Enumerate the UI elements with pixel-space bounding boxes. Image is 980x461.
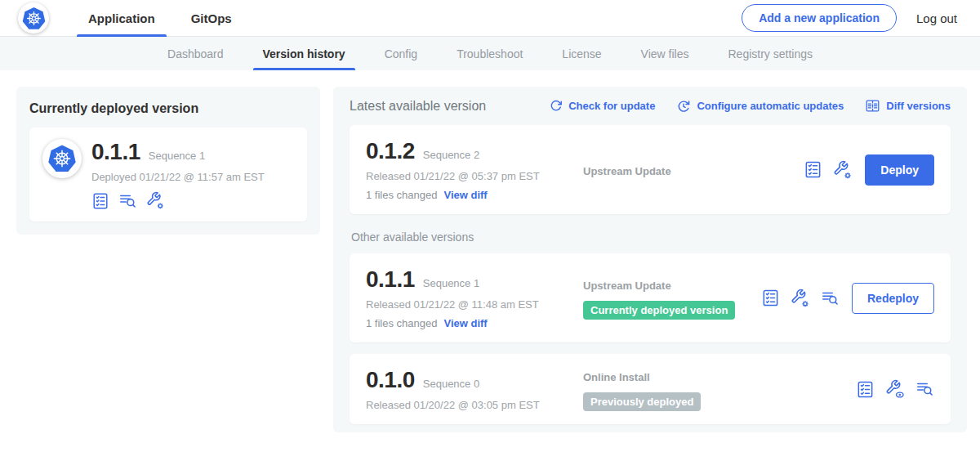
preflight-checklist-icon[interactable] — [91, 192, 109, 210]
deploy-logs-icon[interactable] — [118, 192, 137, 210]
tab-registry-settings[interactable]: Registry settings — [709, 37, 832, 70]
deployed-panel-title: Currently deployed version — [29, 101, 307, 116]
diff-icon — [865, 98, 880, 114]
edit-config-icon[interactable] — [833, 160, 853, 180]
preflight-checklist-icon[interactable] — [856, 380, 875, 399]
tab-view-files[interactable]: View files — [621, 37, 709, 70]
topnav-tab-label: GitOps — [191, 11, 232, 25]
tab-dashboard[interactable]: Dashboard — [148, 37, 243, 70]
preflight-checklist-icon[interactable] — [804, 160, 822, 179]
available-panel-header: Latest available version Check for updat… — [350, 98, 951, 114]
released-timestamp: Released 01/20/22 @ 03:05 pm EST — [366, 399, 575, 411]
version-info: 0.1.2 Sequence 2 Released 01/21/22 @ 05:… — [366, 138, 575, 201]
panel-action-links: Check for update Configure automatic upd… — [549, 98, 951, 114]
sequence-label: Sequence 2 — [423, 149, 479, 161]
top-navbar: Application GitOps Add a new application… — [0, 0, 980, 37]
source-label: Upstream Update — [583, 165, 671, 177]
tab-license[interactable]: License — [542, 37, 621, 70]
schedule-update-icon — [676, 99, 691, 114]
view-config-icon[interactable] — [885, 379, 905, 399]
currently-deployed-badge: Currently deployed version — [583, 301, 735, 320]
link-label: Diff versions — [886, 100, 951, 112]
files-changed-label: 1 files changed — [366, 317, 437, 329]
released-timestamp: Released 01/21/22 @ 11:48 am EST — [366, 298, 575, 311]
tab-version-history[interactable]: Version history — [243, 37, 365, 70]
version-card-0-1-0: 0.1.0 Sequence 0 Released 01/20/22 @ 03:… — [350, 354, 951, 424]
edit-config-icon[interactable] — [791, 289, 810, 308]
deployed-timestamp: Deployed 01/21/22 @ 11:57 am EST — [91, 171, 265, 183]
released-timestamp: Released 01/21/22 @ 05:37 pm EST — [366, 170, 575, 182]
deployed-version-number: 0.1.1 — [91, 139, 140, 165]
tab-label: Dashboard — [167, 47, 224, 60]
edit-config-icon[interactable] — [146, 191, 165, 210]
deploy-logs-icon[interactable] — [915, 380, 934, 398]
app-logo — [18, 2, 49, 34]
deploy-button[interactable]: Deploy — [865, 154, 934, 186]
version-number: 0.1.2 — [366, 138, 415, 164]
topnav-tab-gitops[interactable]: GitOps — [173, 0, 250, 37]
latest-available-title: Latest available version — [350, 99, 486, 114]
tab-label: License — [562, 47, 601, 60]
link-label: Configure automatic updates — [697, 100, 844, 112]
deployed-sequence-label: Sequence 1 — [149, 150, 205, 162]
version-actions: Deploy — [804, 154, 934, 186]
other-available-versions-title: Other available versions — [351, 230, 951, 244]
tab-troubleshoot[interactable]: Troubleshoot — [437, 37, 542, 70]
check-for-update-link[interactable]: Check for update — [549, 99, 655, 113]
tab-label: View files — [641, 47, 689, 60]
version-info: 0.1.1 Sequence 1 Released 01/21/22 @ 11:… — [366, 266, 575, 329]
version-source: Online Install Previously deployed — [575, 368, 856, 411]
view-diff-link[interactable]: View diff — [443, 317, 487, 329]
source-label: Online Install — [583, 371, 650, 383]
link-label: Check for update — [568, 100, 655, 112]
kubernetes-logo-icon — [20, 5, 47, 32]
previously-deployed-badge: Previously deployed — [583, 392, 701, 411]
redeploy-button[interactable]: Redeploy — [852, 283, 934, 314]
currently-deployed-panel: Currently deployed version 0.1.1 Sequenc… — [16, 87, 320, 235]
sequence-label: Sequence 0 — [423, 378, 479, 390]
preflight-checklist-icon[interactable] — [761, 289, 780, 307]
add-new-application-button[interactable]: Add a new application — [742, 4, 897, 32]
tab-label: Troubleshoot — [457, 47, 523, 60]
logout-button[interactable]: Log out — [916, 11, 957, 25]
version-number: 0.1.0 — [366, 367, 415, 393]
tab-underline — [253, 68, 355, 70]
diff-versions-link[interactable]: Diff versions — [865, 98, 951, 114]
configure-automatic-updates-link[interactable]: Configure automatic updates — [676, 99, 844, 114]
version-number: 0.1.1 — [366, 266, 415, 293]
app-subnav: Dashboard Version history Config Trouble… — [0, 37, 980, 70]
version-card-0-1-2: 0.1.2 Sequence 2 Released 01/21/22 @ 05:… — [350, 125, 951, 214]
version-card-0-1-1: 0.1.1 Sequence 1 Released 01/21/22 @ 11:… — [350, 253, 951, 342]
kubernetes-logo-icon — [46, 143, 78, 174]
main-content: Currently deployed version 0.1.1 Sequenc… — [0, 70, 980, 432]
version-source: Upstream Update Currently deployed versi… — [575, 276, 761, 320]
deployed-version-card: 0.1.1 Sequence 1 Deployed 01/21/22 @ 11:… — [29, 128, 307, 222]
view-diff-link[interactable]: View diff — [443, 189, 487, 201]
deploy-logs-icon[interactable] — [821, 289, 840, 307]
source-label: Upstream Update — [583, 280, 671, 292]
deployed-version-info: 0.1.1 Sequence 1 Deployed 01/21/22 @ 11:… — [91, 139, 265, 210]
tab-label: Config — [385, 47, 417, 60]
version-actions: Redeploy — [761, 283, 934, 314]
tab-label: Registry settings — [728, 47, 813, 60]
card-gap — [350, 342, 951, 354]
refresh-icon — [549, 99, 563, 113]
available-versions-panel: Latest available version Check for updat… — [333, 87, 967, 432]
version-actions — [856, 379, 934, 399]
tab-config[interactable]: Config — [365, 37, 437, 70]
version-source: Upstream Update — [575, 162, 804, 178]
topnav-tab-label: Application — [88, 11, 155, 25]
files-changed-label: 1 files changed — [366, 189, 437, 201]
topnav-tab-application[interactable]: Application — [70, 0, 173, 37]
tab-label: Version history — [263, 47, 345, 60]
app-icon-avatar — [42, 139, 82, 178]
version-info: 0.1.0 Sequence 0 Released 01/20/22 @ 03:… — [366, 367, 575, 411]
sequence-label: Sequence 1 — [423, 277, 479, 289]
